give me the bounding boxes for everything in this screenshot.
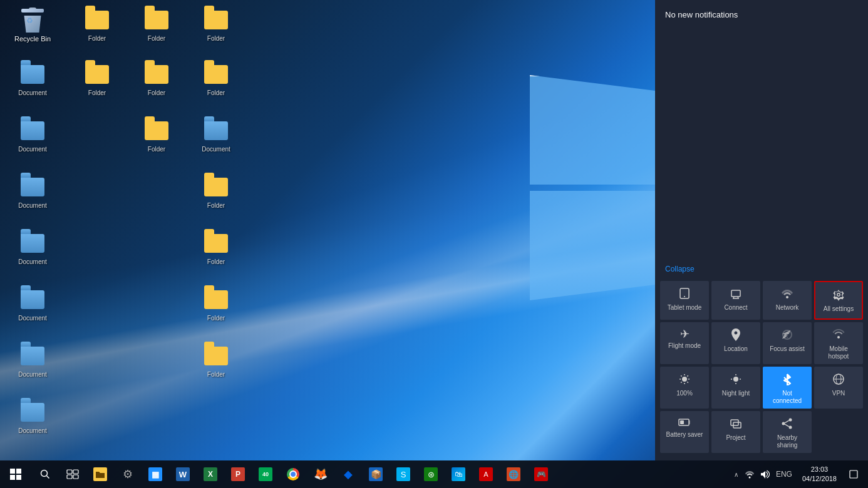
desktop-icon-doc6[interactable]: Document xyxy=(8,285,58,325)
desktop-icon-doc4[interactable]: Document xyxy=(8,172,58,212)
desktop-icon-doc2[interactable]: Document xyxy=(8,116,58,156)
taskbar-app-purple[interactable]: 🎮 xyxy=(527,460,555,488)
taskbar-task-view[interactable] xyxy=(59,460,86,488)
taskbar: ⚙ ▦ W X P 40 🦊 ◆ 📦 S ⊛ 🛍 xyxy=(0,460,868,488)
taskbar-word[interactable]: W xyxy=(169,460,197,488)
ac-tile-bluetooth[interactable]: Not connected xyxy=(763,367,812,409)
svg-line-13 xyxy=(687,382,688,382)
ac-tile-nearby-sharing[interactable]: Nearby sharing xyxy=(763,411,812,453)
taskbar-firefox[interactable]: 🦊 xyxy=(307,460,334,488)
svg-line-35 xyxy=(785,420,788,423)
ac-tile-brightness-label: 100% xyxy=(676,390,693,397)
ac-tile-tablet-mode-label: Tablet mode xyxy=(668,304,701,312)
start-button[interactable] xyxy=(0,460,31,488)
network-icon xyxy=(781,287,793,302)
bluetooth-icon xyxy=(782,373,792,387)
all-settings-icon xyxy=(832,288,845,303)
ac-tile-focus-assist[interactable]: Focus assist xyxy=(763,322,812,364)
taskbar-file-explorer[interactable] xyxy=(86,460,114,488)
ac-tile-bluetooth-label: Not connected xyxy=(768,390,807,405)
desktop-icon-doc3[interactable]: Document xyxy=(191,116,241,156)
ac-tile-battery-saver[interactable]: Battery saver xyxy=(660,411,709,453)
ac-tile-mobile-hotspot-label: Mobile hotspot xyxy=(819,345,858,360)
desktop-icon-doc1[interactable]: Document xyxy=(8,59,58,99)
desktop-icon-folder8[interactable]: Folder xyxy=(191,172,241,212)
taskbar-calculator[interactable]: ▦ xyxy=(142,460,169,488)
taskbar-app-blue[interactable]: 📦 xyxy=(362,460,390,488)
desktop-icon-folder4[interactable]: Folder xyxy=(72,59,122,99)
ac-grid-row3: 100% Night light xyxy=(660,367,863,409)
ac-tile-vpn[interactable]: VPN xyxy=(814,367,863,409)
taskbar-powerpoint[interactable]: P xyxy=(224,460,252,488)
ac-tile-vpn-label: VPN xyxy=(832,390,845,397)
taskbar-xbox[interactable]: ⊛ xyxy=(417,460,445,488)
taskbar-skype[interactable]: S xyxy=(390,460,417,488)
taskbar-dropbox[interactable]: ◆ xyxy=(334,460,362,488)
focus-assist-icon xyxy=(781,328,793,343)
tray-language[interactable]: ENG xyxy=(773,470,795,479)
ac-collapse-button[interactable]: Collapse xyxy=(655,260,868,278)
powerpoint-icon: P xyxy=(231,467,245,481)
taskbar-search-button[interactable] xyxy=(31,460,59,488)
taskbar-app-orange[interactable]: 🌐 xyxy=(500,460,527,488)
taskbar-whatsapp[interactable]: 40 xyxy=(252,460,279,488)
desktop-icon-folder6[interactable]: Folder xyxy=(191,59,241,99)
ac-quick-actions: Tablet mode Connect xyxy=(655,278,868,460)
svg-point-32 xyxy=(789,419,792,422)
task-view-icon xyxy=(66,467,80,481)
ac-tile-project[interactable]: Project xyxy=(711,411,760,453)
app-red-icon: 🎮 xyxy=(534,467,548,481)
ac-tile-tablet-mode[interactable]: Tablet mode xyxy=(660,281,709,320)
desktop-icon-folder10[interactable]: Folder xyxy=(191,285,241,325)
firefox-icon: 🦊 xyxy=(314,467,328,481)
ac-tile-project-label: Project xyxy=(726,434,745,442)
tray-clock[interactable]: 23:03 04/12/2018 xyxy=(797,460,842,488)
svg-point-6 xyxy=(786,296,788,298)
desktop-icon-folder9[interactable]: Folder xyxy=(191,228,241,268)
action-center-panel: No new notifications Collapse Tablet mod… xyxy=(655,0,868,460)
desktop-icon-folder2[interactable]: Folder xyxy=(132,5,182,45)
desktop-icon-folder7[interactable]: Folder xyxy=(132,116,182,156)
ac-tile-network[interactable]: Network xyxy=(763,281,812,320)
ac-tile-location[interactable]: Location xyxy=(711,322,760,364)
svg-line-36 xyxy=(785,424,788,427)
desktop-icon-doc5[interactable]: Document xyxy=(8,228,58,268)
svg-line-14 xyxy=(687,375,688,376)
svg-rect-2 xyxy=(731,290,740,297)
desktop-icon-doc7[interactable]: Document xyxy=(8,341,58,381)
ac-tile-flight-mode[interactable]: ✈ Flight mode xyxy=(660,322,709,364)
desktop-icon-folder5[interactable]: Folder xyxy=(132,59,182,99)
desktop-icon-folder1[interactable]: Folder xyxy=(72,5,122,45)
taskbar-avast[interactable]: A xyxy=(472,460,500,488)
recycle-bin-label: Recycle Bin xyxy=(14,35,51,43)
ac-header: No new notifications xyxy=(655,0,868,24)
ac-tile-brightness[interactable]: 100% xyxy=(660,367,709,409)
ac-tile-connect[interactable]: Connect xyxy=(711,281,760,320)
tray-volume-icon[interactable] xyxy=(758,460,771,488)
svg-point-47 xyxy=(748,477,750,479)
tray-overflow-button[interactable]: ∧ xyxy=(731,471,741,478)
taskbar-store[interactable]: 🛍 xyxy=(445,460,472,488)
night-light-icon xyxy=(730,373,742,387)
flight-mode-icon: ✈ xyxy=(680,328,690,340)
ac-tile-all-settings[interactable]: All settings xyxy=(814,281,863,320)
settings-icon: ⚙ xyxy=(121,467,135,481)
location-icon xyxy=(730,328,741,343)
taskbar-chrome[interactable] xyxy=(279,460,307,488)
desktop-icon-recycle-bin[interactable]: ♻ Recycle Bin xyxy=(8,5,58,46)
desktop-icon-folder3[interactable]: Folder xyxy=(191,5,241,45)
svg-point-41 xyxy=(41,470,48,477)
tray-notification-button[interactable] xyxy=(844,460,863,488)
ac-tile-mobile-hotspot[interactable]: Mobile hotspot xyxy=(814,322,863,364)
nearby-sharing-icon xyxy=(781,417,793,432)
app-blue-icon: 📦 xyxy=(369,467,383,481)
desktop-icon-doc8[interactable]: Document xyxy=(8,397,58,437)
project-icon xyxy=(730,417,742,432)
taskbar-excel[interactable]: X xyxy=(197,460,224,488)
vpn-icon xyxy=(832,373,845,387)
desktop-icon-folder11[interactable]: Folder xyxy=(191,341,241,381)
ac-tile-night-light[interactable]: Night light xyxy=(711,367,760,409)
taskbar-settings[interactable]: ⚙ xyxy=(114,460,142,488)
tray-network-icon[interactable] xyxy=(743,460,756,488)
ac-grid-row2: ✈ Flight mode Location Focus xyxy=(660,322,863,364)
